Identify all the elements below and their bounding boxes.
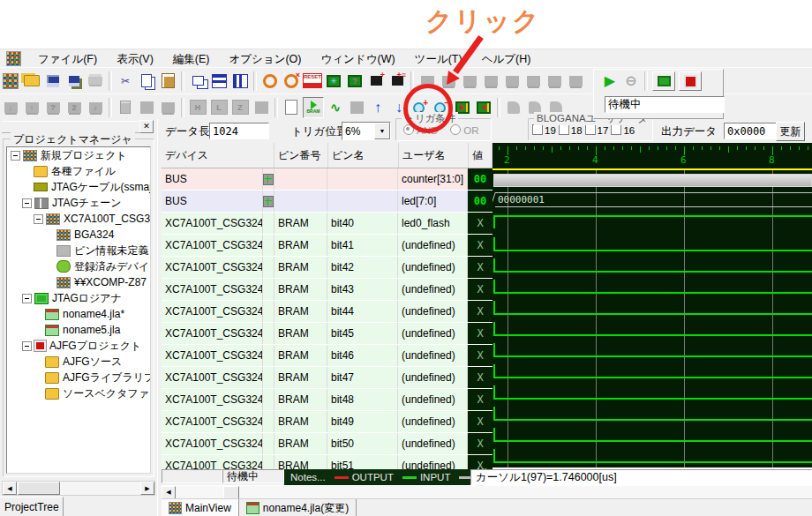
- waveform-view[interactable]: 246800000001: [492, 143, 812, 467]
- save-all-button[interactable]: [64, 71, 84, 91]
- table-row[interactable]: XC7A100T_CSG324BRAMbit40led0_flashX: [162, 213, 492, 235]
- table-row[interactable]: XC7A100T_CSG324BRAMbit41(undefined)X: [162, 235, 492, 257]
- chevron-down-icon[interactable]: ▼: [374, 123, 390, 139]
- wave-mode-button[interactable]: ∿: [326, 98, 345, 117]
- tree-item-5[interactable]: XC7A100T_CSG324: [7, 211, 150, 227]
- add-device-list-button[interactable]: +≡: [387, 71, 407, 91]
- table-row[interactable]: BUSled[7:0]00: [162, 191, 492, 213]
- blogana-bit-16-checkbox[interactable]: 16: [611, 124, 635, 136]
- update-button[interactable]: 更新: [776, 122, 805, 141]
- save-button[interactable]: [43, 71, 63, 91]
- data-length-input[interactable]: [209, 123, 269, 139]
- table-row[interactable]: BUScounter[31:0]00: [162, 168, 492, 191]
- reset-button[interactable]: RESET: [303, 71, 322, 91]
- menu-item-6[interactable]: ツール(T): [405, 53, 472, 65]
- tree-item-8[interactable]: 登録済みデバイス: [7, 258, 150, 274]
- tab-project-tree[interactable]: ProjectTree: [0, 497, 64, 516]
- tree-expander-icon[interactable]: [34, 214, 43, 224]
- autodetect-cable-button[interactable]: [260, 71, 280, 91]
- run-status-field[interactable]: [605, 96, 725, 113]
- output-data-input[interactable]: [724, 123, 777, 139]
- expand-bus-icon[interactable]: [263, 196, 274, 207]
- blogana-bit-19-checkbox[interactable]: 19: [532, 124, 556, 136]
- stop-button[interactable]: ⊖: [621, 71, 641, 91]
- tree-item-13[interactable]: AJFGプロジェクト: [7, 338, 150, 354]
- open-file-button[interactable]: [22, 71, 41, 91]
- tree-item-7[interactable]: ピン情報未定義: [7, 243, 150, 258]
- copy-button[interactable]: [137, 71, 156, 91]
- tree-item-2[interactable]: 各種ファイル: [7, 163, 150, 179]
- device-op-button-4: [481, 71, 500, 91]
- bram-mode-button[interactable]: BRAM: [303, 97, 324, 118]
- table-row[interactable]: XC7A100T_CSG324BRAMbit45(undefined)X: [162, 323, 492, 345]
- logana-close-button[interactable]: [679, 71, 702, 91]
- table-row[interactable]: XC7A100T_CSG324BRAMbit44(undefined)X: [162, 301, 492, 323]
- expander-cell[interactable]: [263, 168, 274, 190]
- tree-item-11[interactable]: noname4.jla*: [7, 306, 150, 322]
- menu-item-7[interactable]: ヘルプ(H): [472, 53, 541, 65]
- panel-grabber[interactable]: [2, 121, 154, 133]
- tree-expander-icon[interactable]: [22, 341, 32, 351]
- paste-button[interactable]: [158, 71, 177, 91]
- expander-cell[interactable]: [263, 191, 274, 212]
- scan-chain-button[interactable]: ✳: [324, 71, 343, 91]
- panel-close-button[interactable]: ✕: [139, 120, 154, 133]
- table-row[interactable]: XC7A100T_CSG324BRAMbit49(undefined)X: [162, 411, 492, 433]
- trigger-position-select[interactable]: 6% ▼: [342, 122, 391, 140]
- blogana-bit-18-checkbox[interactable]: 18: [559, 124, 583, 136]
- tree-expander-icon[interactable]: [22, 198, 32, 208]
- toolbar-separator: [644, 71, 648, 91]
- scroll-right-button[interactable]: ▶: [140, 482, 154, 495]
- menu-item-1[interactable]: ファイル(F): [28, 53, 107, 65]
- project-tree[interactable]: 新規プロジェクト各種ファイルJTAGケーブル(ssmaj)JTAGチェーンXC7…: [6, 146, 151, 474]
- prev-edge-button[interactable]: ◀: [474, 98, 493, 117]
- menu-item-4[interactable]: オプション(O): [219, 53, 311, 65]
- disconnect-cable-button[interactable]: ×: [282, 71, 301, 91]
- tree-item-9[interactable]: ¥¥XCOMP-Z87: [7, 274, 150, 290]
- table-row[interactable]: XC7A100T_CSG324BRAMbit43(undefined)X: [162, 279, 492, 301]
- tree-item-10[interactable]: JTAGロジアナ: [7, 290, 150, 306]
- scroll-thumb[interactable]: [18, 482, 60, 495]
- table-row[interactable]: XC7A100T_CSG324BRAMbit47(undefined)X: [162, 367, 492, 389]
- add-device-button[interactable]: +: [366, 71, 386, 91]
- tree-item-6[interactable]: BGA324: [7, 227, 150, 243]
- tile-vertical-button[interactable]: [230, 71, 250, 91]
- logana-open-button[interactable]: [652, 71, 675, 91]
- tree-expander-icon[interactable]: [22, 294, 32, 303]
- tree-item-15[interactable]: AJFGライブラリファイル: [7, 370, 150, 385]
- tile-horizontal-button[interactable]: [209, 71, 229, 91]
- expand-bus-icon[interactable]: [263, 174, 274, 185]
- scan-devices-button[interactable]: ?: [345, 71, 365, 91]
- tree-item-1[interactable]: 新規プロジェクト: [7, 147, 150, 163]
- scroll-thumb[interactable]: [223, 486, 239, 499]
- waveform-hscrollbar[interactable]: ◀: [162, 486, 812, 498]
- run-button[interactable]: ▶: [600, 71, 620, 91]
- table-row[interactable]: XC7A100T_CSG324BRAMbit48(undefined)X: [162, 389, 492, 411]
- tree-expander-icon[interactable]: [11, 151, 20, 161]
- menu-item-3[interactable]: 編集(E): [163, 53, 220, 65]
- pin-name-cell: bit49: [327, 411, 398, 432]
- menu-item-2[interactable]: 表示(V): [107, 53, 163, 65]
- tree-item-4[interactable]: JTAGチェーン: [7, 195, 150, 211]
- table-row[interactable]: XC7A100T_CSG324BRAMbit46(undefined)X: [162, 345, 492, 367]
- tab-document[interactable]: noname4.jla(変更): [239, 499, 357, 516]
- cut-button[interactable]: ✂: [116, 71, 135, 91]
- tree-hscrollbar[interactable]: ◀ ▶: [2, 481, 155, 496]
- tree-item-12[interactable]: noname5.jla: [7, 322, 150, 338]
- tree-item-16[interactable]: ソースベクタファイル: [7, 385, 150, 401]
- cascade-windows-button[interactable]: [188, 71, 207, 91]
- ruler-tick: [781, 146, 782, 150]
- tab-main-view[interactable]: MainView: [162, 499, 239, 516]
- tree-item-3[interactable]: JTAGケーブル(ssmaj): [7, 179, 150, 195]
- table-row[interactable]: XC7A100T_CSG324BRAMbit42(undefined)X: [162, 257, 492, 279]
- move-signal-up-button[interactable]: ↑: [368, 98, 387, 117]
- scroll-left-button[interactable]: ◀: [3, 482, 17, 495]
- table-row[interactable]: XC7A100T_CSG324BRAMbit50(undefined)X: [162, 433, 492, 455]
- new-project-button[interactable]: [1, 71, 20, 91]
- menu-item-5[interactable]: ウィンドウ(W): [312, 53, 405, 65]
- tree-item-14[interactable]: AJFGソース: [7, 354, 150, 370]
- blogana-bit-17-checkbox[interactable]: 17: [585, 124, 609, 136]
- scroll-left-button[interactable]: ◀: [162, 486, 176, 499]
- device-op-button-7: [545, 71, 564, 91]
- new-waveform-button[interactable]: [282, 98, 301, 117]
